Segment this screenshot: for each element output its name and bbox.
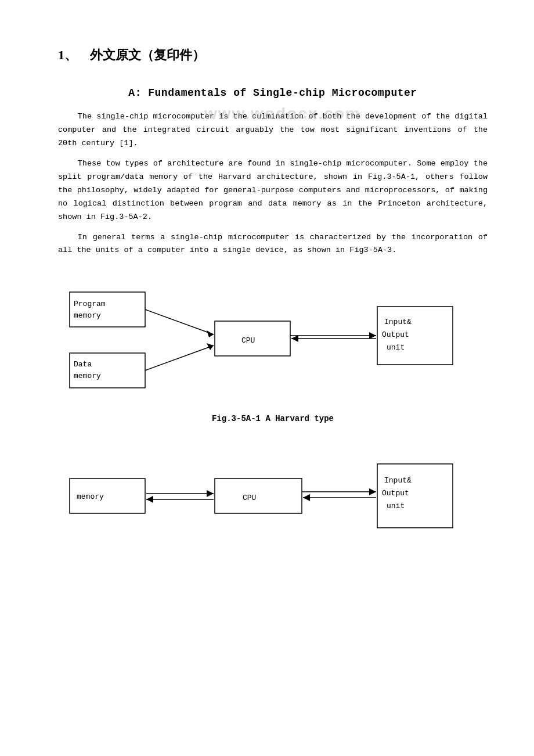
arrowhead-cpu-io-2 (369, 488, 376, 495)
arrowhead-io-cpu-2 (303, 494, 310, 501)
paragraph-1: The single-chip microcomputer is the cul… (58, 110, 488, 150)
section-title: 1、 外文原文（复印件） (58, 46, 488, 64)
paragraph-2: These tow types of architecture are foun… (58, 157, 488, 224)
io-label-2: Output (382, 330, 409, 339)
program-memory-box (70, 292, 145, 327)
memory-label: memory (77, 492, 104, 501)
article-title: A: Fundamentals of Single-chip Microcomp… (58, 87, 488, 99)
program-memory-label-2: memory (74, 311, 101, 320)
io-label-4: Input& (384, 476, 412, 485)
program-memory-label-1: Program (74, 300, 106, 308)
arrow-prog-to-cpu (145, 309, 214, 334)
section-number: 1、 (58, 48, 77, 62)
cpu-label-2: CPU (243, 494, 256, 502)
section-title-text: 外文原文（复印件） (90, 48, 205, 62)
diagram-2: memory CPU Input& Output unit (58, 441, 488, 557)
diagram-2-svg: memory CPU Input& Output unit (58, 441, 488, 557)
arrowhead-mem-cpu-r (207, 490, 214, 497)
arrowhead-cpu-mem-l (146, 496, 153, 503)
io-label-1: Input& (384, 318, 412, 326)
io-label-5: Output (382, 489, 409, 498)
arrowhead-io-cpu (291, 335, 298, 342)
data-memory-box (70, 353, 145, 388)
arrowhead-prog-cpu (207, 330, 214, 337)
io-label-3: unit (387, 343, 405, 352)
arrow-data-to-cpu (145, 345, 214, 370)
paragraph-3: In general terms a single-chip microcomp… (58, 231, 488, 258)
io-label-6: unit (387, 502, 405, 510)
cpu-label: CPU (241, 336, 255, 345)
data-memory-label-1: Data (74, 360, 92, 369)
diagram-1-svg: Program memory Data memory CPU Input& Ou… (58, 275, 488, 408)
arrowhead-data-cpu (207, 343, 214, 350)
data-memory-label-2: memory (74, 372, 101, 380)
diagram-1: Program memory Data memory CPU Input& Ou… (58, 275, 488, 423)
cpu-box-2 (215, 478, 302, 513)
arrowhead-cpu-io (369, 332, 376, 339)
diagram-1-caption: Fig.3-5A-1 A Harvard type (58, 414, 488, 423)
